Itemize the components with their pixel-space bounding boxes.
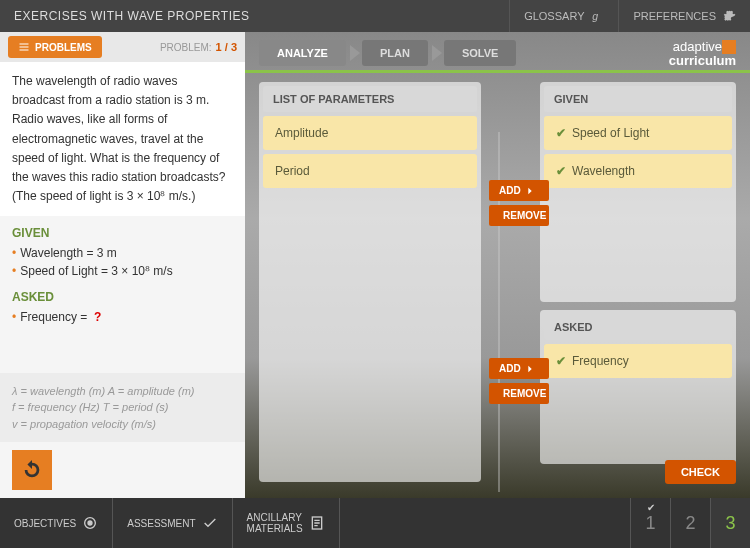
asked-item: •Frequency = ?	[0, 308, 245, 326]
svg-point-2	[88, 521, 92, 525]
target-icon	[82, 515, 98, 531]
page-1[interactable]: ✔1	[630, 498, 670, 548]
check-icon	[202, 515, 218, 531]
svg-text:g: g	[593, 10, 599, 22]
glossary-button[interactable]: GLOSSARY g	[509, 0, 618, 32]
problem-count: 1 / 3	[216, 41, 237, 53]
glossary-label: GLOSSARY	[524, 10, 584, 22]
panel-asked-title: ASKED	[544, 314, 732, 340]
panel-asked: ASKED Frequency	[540, 310, 736, 464]
add-given-button[interactable]: ADD	[489, 180, 549, 201]
given-section-label: GIVEN	[0, 216, 245, 244]
panel-parameters-title: LIST OF PARAMETERS	[263, 86, 477, 112]
remove-given-button[interactable]: REMOVE	[489, 205, 549, 226]
arrow-right-icon	[525, 364, 535, 374]
add-asked-button[interactable]: ADD	[489, 358, 549, 379]
check-icon: ✔	[647, 502, 655, 513]
legend: λ = wavelength (m) A = amplitude (m) f =…	[0, 373, 245, 443]
problems-button[interactable]: PROBLEMS	[8, 36, 102, 58]
problems-bar: PROBLEMS PROBLEM: 1 / 3	[0, 32, 245, 62]
ancillary-button[interactable]: ANCILLARYMATERIALS	[233, 498, 340, 548]
arrow-right-icon	[525, 186, 535, 196]
asked-item[interactable]: Frequency	[544, 344, 732, 378]
problem-label: PROBLEM:	[160, 42, 212, 53]
page-2[interactable]: 2	[670, 498, 710, 548]
panel-parameters: LIST OF PARAMETERS Amplitude Period	[259, 82, 481, 482]
gear-icon	[722, 9, 736, 23]
tab-plan[interactable]: PLAN	[362, 40, 428, 66]
preferences-button[interactable]: PREFERENCES	[618, 0, 750, 32]
document-icon	[309, 515, 325, 531]
asked-buttons: ADD REMOVE	[489, 358, 549, 404]
step-tabs: ANALYZE PLAN SOLVE	[259, 40, 532, 66]
given-item: •Speed of Light = 3 × 10⁸ m/s	[0, 262, 245, 280]
app-title: EXERCISES WITH WAVE PROPERTIES	[0, 9, 263, 23]
given-item: •Wavelength = 3 m	[0, 244, 245, 262]
sidebar: PROBLEMS PROBLEM: 1 / 3 The wavelength o…	[0, 32, 245, 498]
given-item[interactable]: Wavelength	[544, 154, 732, 188]
footer: OBJECTIVES ASSESSMENT ANCILLARYMATERIALS…	[0, 498, 750, 548]
list-icon	[18, 41, 30, 53]
preferences-label: PREFERENCES	[633, 10, 716, 22]
panel-given: GIVEN Speed of Light Wavelength	[540, 82, 736, 302]
brand-logo: adaptive curriculum	[669, 40, 736, 67]
given-buttons: ADD REMOVE	[489, 180, 549, 226]
tab-analyze[interactable]: ANALYZE	[259, 40, 346, 66]
glossary-icon: g	[590, 9, 604, 23]
reset-icon	[21, 459, 43, 481]
asked-section-label: ASKED	[0, 280, 245, 308]
app-header: EXERCISES WITH WAVE PROPERTIES GLOSSARY …	[0, 0, 750, 32]
problem-text: The wavelength of radio waves broadcast …	[0, 62, 245, 216]
param-item[interactable]: Period	[263, 154, 477, 188]
workspace: ANALYZE PLAN SOLVE adaptive curriculum L…	[245, 32, 750, 498]
param-item[interactable]: Amplitude	[263, 116, 477, 150]
panel-given-title: GIVEN	[544, 86, 732, 112]
objectives-button[interactable]: OBJECTIVES	[0, 498, 113, 548]
check-button[interactable]: CHECK	[665, 460, 736, 484]
given-item[interactable]: Speed of Light	[544, 116, 732, 150]
reset-button[interactable]	[12, 450, 52, 490]
page-3[interactable]: 3	[710, 498, 750, 548]
tab-solve[interactable]: SOLVE	[444, 40, 516, 66]
assessment-button[interactable]: ASSESSMENT	[113, 498, 232, 548]
divider	[245, 70, 750, 73]
remove-asked-button[interactable]: REMOVE	[489, 383, 549, 404]
